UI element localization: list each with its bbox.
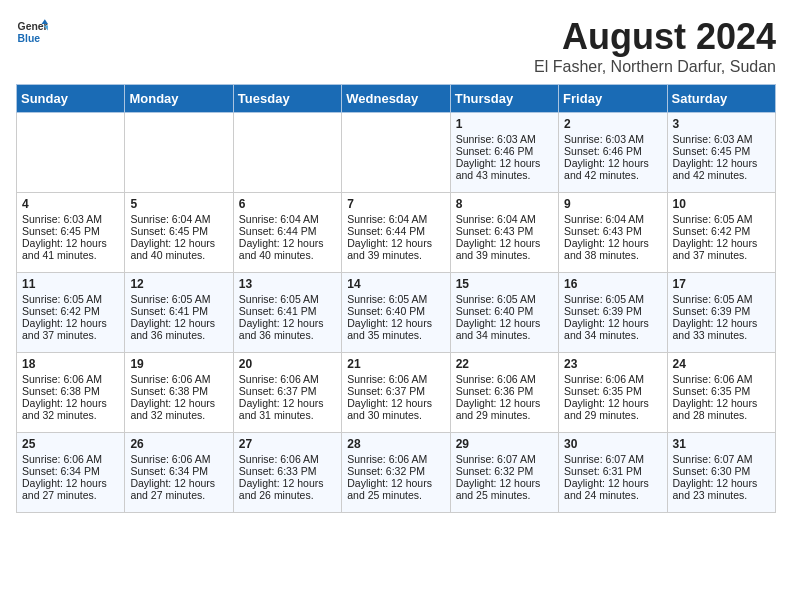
calendar-cell: 11Sunrise: 6:05 AMSunset: 6:42 PMDayligh… bbox=[17, 273, 125, 353]
calendar-cell: 18Sunrise: 6:06 AMSunset: 6:38 PMDayligh… bbox=[17, 353, 125, 433]
day-info-line: and 37 minutes. bbox=[22, 329, 119, 341]
day-info-line: Sunset: 6:41 PM bbox=[130, 305, 227, 317]
day-info-line: Sunrise: 6:04 AM bbox=[347, 213, 444, 225]
day-info-line: and 30 minutes. bbox=[347, 409, 444, 421]
day-info-line: and 43 minutes. bbox=[456, 169, 553, 181]
day-info-line: Daylight: 12 hours bbox=[673, 477, 770, 489]
day-info-line: Sunset: 6:45 PM bbox=[22, 225, 119, 237]
day-info-line: Sunset: 6:34 PM bbox=[130, 465, 227, 477]
day-number: 2 bbox=[564, 117, 661, 131]
header-cell-tuesday: Tuesday bbox=[233, 85, 341, 113]
day-info-line: Daylight: 12 hours bbox=[22, 237, 119, 249]
calendar-cell: 19Sunrise: 6:06 AMSunset: 6:38 PMDayligh… bbox=[125, 353, 233, 433]
day-info-line: Sunrise: 6:07 AM bbox=[456, 453, 553, 465]
day-info-line: and 27 minutes. bbox=[130, 489, 227, 501]
day-info-line: and 41 minutes. bbox=[22, 249, 119, 261]
calendar-cell: 9Sunrise: 6:04 AMSunset: 6:43 PMDaylight… bbox=[559, 193, 667, 273]
day-number: 23 bbox=[564, 357, 661, 371]
day-info-line: and 27 minutes. bbox=[22, 489, 119, 501]
day-info-line: Sunrise: 6:06 AM bbox=[239, 373, 336, 385]
calendar-week-4: 18Sunrise: 6:06 AMSunset: 6:38 PMDayligh… bbox=[17, 353, 776, 433]
day-info-line: and 34 minutes. bbox=[456, 329, 553, 341]
header-cell-saturday: Saturday bbox=[667, 85, 775, 113]
calendar-cell: 17Sunrise: 6:05 AMSunset: 6:39 PMDayligh… bbox=[667, 273, 775, 353]
day-number: 1 bbox=[456, 117, 553, 131]
calendar-cell: 30Sunrise: 6:07 AMSunset: 6:31 PMDayligh… bbox=[559, 433, 667, 513]
day-info-line: and 25 minutes. bbox=[456, 489, 553, 501]
day-info-line: and 31 minutes. bbox=[239, 409, 336, 421]
calendar-table: SundayMondayTuesdayWednesdayThursdayFrid… bbox=[16, 84, 776, 513]
day-number: 15 bbox=[456, 277, 553, 291]
calendar-cell: 31Sunrise: 6:07 AMSunset: 6:30 PMDayligh… bbox=[667, 433, 775, 513]
calendar-cell: 23Sunrise: 6:06 AMSunset: 6:35 PMDayligh… bbox=[559, 353, 667, 433]
day-number: 20 bbox=[239, 357, 336, 371]
day-info-line: and 42 minutes. bbox=[673, 169, 770, 181]
day-info-line: Sunrise: 6:06 AM bbox=[673, 373, 770, 385]
calendar-week-5: 25Sunrise: 6:06 AMSunset: 6:34 PMDayligh… bbox=[17, 433, 776, 513]
day-info-line: and 42 minutes. bbox=[564, 169, 661, 181]
calendar-cell: 13Sunrise: 6:05 AMSunset: 6:41 PMDayligh… bbox=[233, 273, 341, 353]
day-info-line: Daylight: 12 hours bbox=[673, 237, 770, 249]
calendar-cell: 7Sunrise: 6:04 AMSunset: 6:44 PMDaylight… bbox=[342, 193, 450, 273]
calendar-cell: 2Sunrise: 6:03 AMSunset: 6:46 PMDaylight… bbox=[559, 113, 667, 193]
day-info-line: and 39 minutes. bbox=[347, 249, 444, 261]
day-number: 29 bbox=[456, 437, 553, 451]
day-info-line: Sunset: 6:35 PM bbox=[564, 385, 661, 397]
day-number: 18 bbox=[22, 357, 119, 371]
day-info-line: Sunrise: 6:06 AM bbox=[456, 373, 553, 385]
day-info-line: Sunrise: 6:06 AM bbox=[347, 373, 444, 385]
day-info-line: Sunrise: 6:04 AM bbox=[564, 213, 661, 225]
day-info-line: Sunset: 6:30 PM bbox=[673, 465, 770, 477]
day-info-line: Daylight: 12 hours bbox=[456, 477, 553, 489]
calendar-cell: 1Sunrise: 6:03 AMSunset: 6:46 PMDaylight… bbox=[450, 113, 558, 193]
day-number: 12 bbox=[130, 277, 227, 291]
day-info-line: Sunrise: 6:05 AM bbox=[130, 293, 227, 305]
day-info-line: and 38 minutes. bbox=[564, 249, 661, 261]
calendar-cell: 8Sunrise: 6:04 AMSunset: 6:43 PMDaylight… bbox=[450, 193, 558, 273]
day-info-line: Sunset: 6:46 PM bbox=[456, 145, 553, 157]
header-row: SundayMondayTuesdayWednesdayThursdayFrid… bbox=[17, 85, 776, 113]
day-info-line: Sunrise: 6:03 AM bbox=[456, 133, 553, 145]
day-info-line: Daylight: 12 hours bbox=[130, 237, 227, 249]
day-info-line: Daylight: 12 hours bbox=[239, 397, 336, 409]
page-title: August 2024 bbox=[534, 16, 776, 58]
calendar-cell: 3Sunrise: 6:03 AMSunset: 6:45 PMDaylight… bbox=[667, 113, 775, 193]
day-number: 3 bbox=[673, 117, 770, 131]
day-info-line: Sunrise: 6:06 AM bbox=[22, 453, 119, 465]
day-info-line: and 33 minutes. bbox=[673, 329, 770, 341]
day-info-line: Daylight: 12 hours bbox=[673, 397, 770, 409]
day-info-line: and 26 minutes. bbox=[239, 489, 336, 501]
header-cell-sunday: Sunday bbox=[17, 85, 125, 113]
day-info-line: Sunrise: 6:05 AM bbox=[564, 293, 661, 305]
calendar-cell: 5Sunrise: 6:04 AMSunset: 6:45 PMDaylight… bbox=[125, 193, 233, 273]
calendar-cell: 20Sunrise: 6:06 AMSunset: 6:37 PMDayligh… bbox=[233, 353, 341, 433]
day-info-line: Sunset: 6:46 PM bbox=[564, 145, 661, 157]
day-info-line: Daylight: 12 hours bbox=[673, 317, 770, 329]
calendar-body: 1Sunrise: 6:03 AMSunset: 6:46 PMDaylight… bbox=[17, 113, 776, 513]
day-info-line: Daylight: 12 hours bbox=[456, 157, 553, 169]
day-info-line: Sunset: 6:37 PM bbox=[239, 385, 336, 397]
day-number: 14 bbox=[347, 277, 444, 291]
day-info-line: Daylight: 12 hours bbox=[347, 397, 444, 409]
day-info-line: Sunset: 6:39 PM bbox=[673, 305, 770, 317]
title-area: August 2024 El Fasher, Northern Darfur, … bbox=[534, 16, 776, 76]
calendar-cell: 24Sunrise: 6:06 AMSunset: 6:35 PMDayligh… bbox=[667, 353, 775, 433]
day-info-line: Sunset: 6:36 PM bbox=[456, 385, 553, 397]
day-info-line: Sunrise: 6:03 AM bbox=[564, 133, 661, 145]
day-info-line: Daylight: 12 hours bbox=[564, 237, 661, 249]
day-info-line: Sunrise: 6:06 AM bbox=[239, 453, 336, 465]
day-info-line: Sunset: 6:39 PM bbox=[564, 305, 661, 317]
day-info-line: Daylight: 12 hours bbox=[130, 317, 227, 329]
day-info-line: Daylight: 12 hours bbox=[239, 237, 336, 249]
day-info-line: Daylight: 12 hours bbox=[22, 317, 119, 329]
day-number: 5 bbox=[130, 197, 227, 211]
day-info-line: Daylight: 12 hours bbox=[456, 317, 553, 329]
calendar-cell bbox=[342, 113, 450, 193]
day-info-line: Sunrise: 6:07 AM bbox=[673, 453, 770, 465]
day-info-line: Sunrise: 6:06 AM bbox=[22, 373, 119, 385]
day-info-line: and 36 minutes. bbox=[130, 329, 227, 341]
day-info-line: Sunrise: 6:05 AM bbox=[239, 293, 336, 305]
day-info-line: Sunrise: 6:05 AM bbox=[456, 293, 553, 305]
day-info-line: Sunrise: 6:05 AM bbox=[673, 213, 770, 225]
day-info-line: Sunrise: 6:04 AM bbox=[130, 213, 227, 225]
